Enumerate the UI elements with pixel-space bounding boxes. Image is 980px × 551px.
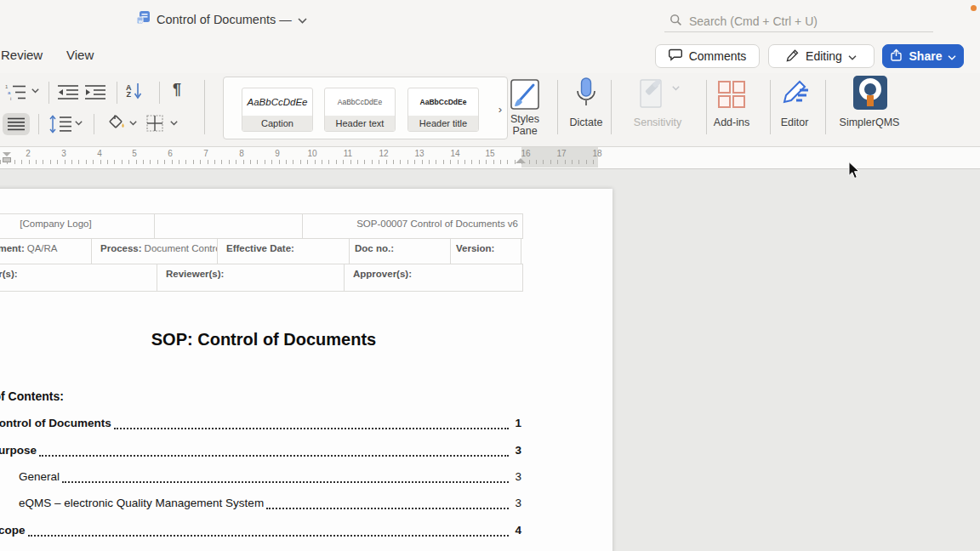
decrease-indent-button[interactable] [58,84,78,99]
toc-page-number: 1 [511,417,521,432]
ruler-number: 8 [239,149,244,158]
editor-button[interactable] [779,78,812,111]
toc-entry-control-of-documents[interactable]: Control of Documents 1 [0,417,521,432]
ruler-number: 9 [275,149,280,158]
ruler-number: 13 [414,149,424,158]
styles-pane-button[interactable] [510,78,540,112]
department-cell[interactable]: Department: QA/RA [0,238,92,264]
word-doc-icon: w [136,10,151,28]
editing-button-label: Editing [806,49,842,63]
styles-pane-label: Styles Pane [504,113,545,137]
sensitivity-label: Sensitivity [634,116,681,128]
ruler-number: 3 [61,149,66,158]
toc-page-number: 3 [511,470,521,486]
borders-chevron-icon[interactable] [170,121,178,126]
version-label: Version: [456,243,494,264]
toc-dot-leader [266,497,509,509]
dictate-button[interactable] [575,77,597,112]
svg-text:1: 1 [5,84,9,89]
doc-no-cell[interactable]: Doc no.: [349,238,451,264]
pilcrow-button[interactable]: ¶ [173,81,181,99]
approvers-cell[interactable]: Approver(s): [344,264,523,292]
approvers-label: Approver(s): [353,269,412,291]
toc-entry-purpose[interactable]: Purpose 3 [0,444,521,459]
search-placeholder: Search (Cmd + Ctrl + U) [689,14,818,28]
doc-ref-cell[interactable]: SOP-00007 Control of Documents v6 [302,213,523,239]
styles-gallery-more-icon[interactable]: › [499,103,502,116]
editor-label: Editor [781,116,809,128]
ruler-number: 2 [26,149,31,158]
toc-entry-general[interactable]: General 3 [19,470,521,486]
toc-dot-leader [39,444,509,457]
addins-label: Add-ins [714,116,749,128]
version-cell[interactable]: Version: [450,238,521,264]
header-table-row-1[interactable]: [Company Logo] SOP-00007 Control of Docu… [0,213,522,239]
header-table-row-3[interactable]: Author(s): Reviewer(s): Approver(s): [0,264,522,292]
document-heading[interactable]: SOP: Control of Documents [151,330,376,349]
editing-button[interactable]: Editing [768,44,875,68]
toc-entry-label: Purpose [0,444,37,459]
justify-button[interactable] [3,113,30,135]
svg-text:a: a [8,90,11,95]
tab-view[interactable]: View [66,48,94,62]
ruler-number: 15 [485,149,494,158]
left-indent-marker[interactable] [3,157,11,162]
header-table-row-2[interactable]: Department: QA/RA Process: Document Cont… [0,238,521,264]
dictate-label: Dictate [570,116,603,128]
process-label: Process: [100,243,142,264]
style-caption-sample: AaBbCcDdEe [242,88,312,116]
style-caption-label: Caption [242,116,312,131]
ruler-number: 4 [97,149,102,158]
style-caption[interactable]: AaBbCcDdEe Caption [242,88,313,132]
toc-page-number: 4 [511,524,521,539]
increase-indent-button[interactable] [85,84,105,99]
toc-heading[interactable]: Table of Contents: [0,389,64,403]
header-empty-cell[interactable] [154,213,303,239]
right-indent-marker[interactable] [516,158,526,163]
shading-chevron-icon[interactable] [129,121,137,126]
search-input[interactable]: Search (Cmd + Ctrl + U) [664,10,933,32]
doc-ref-text: SOP-00007 Control of Documents v6 [356,219,518,238]
process-cell[interactable]: Process: Document Control [91,238,218,264]
toc-dot-leader [114,417,509,429]
tab-review[interactable]: Review [1,48,43,62]
dictate-mic-icon [575,77,597,112]
share-button[interactable]: Share [882,44,964,68]
word-app-window: w Control of Documents — Search (Cmd + C… [0,0,980,551]
style-header-title[interactable]: AaBbCcDdEe Header title [407,88,479,132]
document-title[interactable]: Control of Documents — [157,13,292,26]
toc-entry-eqms[interactable]: eQMS – electronic Quality Management Sys… [19,497,521,512]
ruler-number: 12 [379,149,388,158]
multilevel-list-button[interactable]: 1 a i [5,83,27,100]
toc-entry-label: Control of Documents [0,417,111,432]
comments-button[interactable]: Comments [655,44,760,68]
line-spacing-button[interactable] [49,115,71,133]
style-header-text[interactable]: AaBbCcDdEe Header text [324,88,396,132]
ruler-number: 14 [450,149,459,158]
comments-button-label: Comments [689,49,747,63]
addins-button[interactable] [717,80,746,109]
line-spacing-chevron-icon[interactable] [75,121,83,126]
process-value: Document Control [145,243,218,264]
sort-button[interactable]: AZ [126,82,142,99]
add-ins-grid-icon [717,80,746,109]
toc-entry-scope[interactable]: Scope 4 [0,524,521,539]
comment-bubble-icon [669,48,683,64]
title-chevron-icon[interactable] [298,12,307,27]
toc-page-number: 3 [511,444,521,459]
multilevel-list-chevron-icon[interactable] [31,88,39,94]
borders-button[interactable] [146,115,163,132]
ruler[interactable]: 2 3 4 5 6 7 8 9 10 11 12 13 14 15 16 17 … [0,147,980,169]
reviewers-cell[interactable]: Reviewer(s): [157,264,345,292]
effective-date-cell[interactable]: Effective Date: [217,238,350,264]
simplerqms-button[interactable] [852,75,888,111]
ruler-number: 17 [556,149,566,158]
reviewers-label: Reviewer(s): [166,269,224,291]
company-logo-cell[interactable]: [Company Logo] [0,213,155,239]
ruler-number: 10 [307,149,316,158]
authors-cell[interactable]: Author(s): [0,264,157,292]
mouse-cursor [848,162,860,183]
doc-no-label: Doc no.: [355,243,394,264]
shading-bucket-button[interactable] [107,115,126,132]
hanging-indent-marker[interactable] [3,152,11,156]
